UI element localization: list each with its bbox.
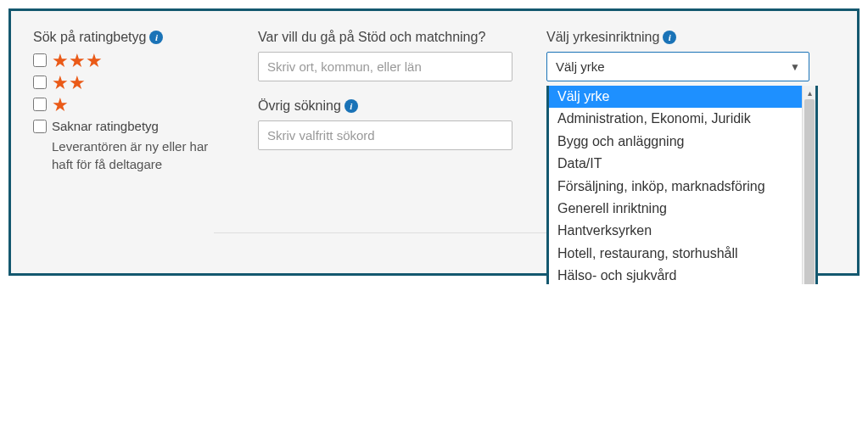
location-input[interactable] <box>258 52 512 81</box>
profession-option[interactable]: Bygg och anläggning <box>549 131 815 153</box>
profession-option[interactable]: Försäljning, inköp, marknadsföring <box>549 176 815 198</box>
other-search-label-text: Övrig sökning <box>258 98 341 114</box>
scrollbar[interactable]: ▴ ▾ <box>802 86 815 284</box>
star-icon: ★ <box>52 74 69 92</box>
stars-1: ★ <box>52 96 69 115</box>
star-icon: ★ <box>69 74 86 92</box>
profession-option[interactable]: Hotell, restaurang, storhushåll <box>549 243 815 265</box>
profession-option[interactable]: Administration, Ekonomi, Juridik <box>549 108 815 130</box>
other-search-field: Övrig sökning i <box>258 98 512 150</box>
other-search-label: Övrig sökning i <box>258 98 512 114</box>
profession-select[interactable]: Välj yrke ▼ <box>546 52 809 81</box>
profession-option[interactable]: Generell inriktning <box>549 198 815 220</box>
rating-row-none: Saknar ratingbetyg <box>33 118 224 135</box>
profession-option[interactable]: Data/IT <box>549 153 815 175</box>
star-icon: ★ <box>52 52 69 70</box>
stars-3: ★ ★ ★ <box>52 52 103 70</box>
profession-dropdown: Välj yrkeAdministration, Ekonomi, Juridi… <box>546 86 818 284</box>
star-icon: ★ <box>52 96 69 115</box>
rating-checkbox-2stars[interactable] <box>33 76 47 89</box>
scrollbar-thumb[interactable] <box>804 99 815 284</box>
rating-filter-section: Sök på ratingbetyg i ★ ★ ★ ★ ★ <box>33 30 224 173</box>
location-field: Var vill du gå på Stöd och matchning? <box>258 30 512 81</box>
info-icon[interactable]: i <box>663 31 676 44</box>
rating-row-2: ★ ★ <box>33 74 224 92</box>
scroll-up-icon[interactable]: ▴ <box>803 86 815 99</box>
rating-label-text: Sök på ratingbetyg <box>33 30 146 45</box>
rating-label: Sök på ratingbetyg i <box>33 30 224 45</box>
profession-label: Välj yrkesinriktning i <box>546 30 809 45</box>
middle-column: Var vill du gå på Stöd och matchning? Öv… <box>258 30 512 167</box>
location-label-text: Var vill du gå på Stöd och matchning? <box>258 30 485 45</box>
profession-label-text: Välj yrkesinriktning <box>546 30 659 45</box>
profession-option[interactable]: Hälso- och sjukvård <box>549 265 815 284</box>
rating-row-1: ★ <box>33 96 224 115</box>
search-panel: Sök på ratingbetyg i ★ ★ ★ ★ ★ <box>8 8 860 276</box>
stars-2: ★ ★ <box>52 74 86 92</box>
no-rating-subtext: Leverantören är ny eller har haft för få… <box>52 138 224 173</box>
profession-option-list: Välj yrkeAdministration, Ekonomi, Juridi… <box>549 86 815 284</box>
profession-column: Välj yrkesinriktning i Välj yrke ▼ Välj … <box>546 30 809 81</box>
info-icon[interactable]: i <box>344 99 358 113</box>
star-icon: ★ <box>86 52 103 70</box>
no-rating-label: Saknar ratingbetyg <box>52 118 159 135</box>
rating-row-3: ★ ★ ★ <box>33 52 224 70</box>
chevron-down-icon: ▼ <box>790 61 800 73</box>
profession-selected-text: Välj yrke <box>556 59 605 74</box>
profession-option[interactable]: Välj yrke <box>549 86 815 108</box>
rating-checkbox-3stars[interactable] <box>33 53 47 67</box>
profession-option[interactable]: Hantverksyrken <box>549 220 815 242</box>
info-icon[interactable]: i <box>149 31 163 44</box>
star-icon: ★ <box>69 52 86 70</box>
location-label: Var vill du gå på Stöd och matchning? <box>258 30 512 45</box>
rating-checkbox-none[interactable] <box>33 120 47 133</box>
rating-checkbox-1star[interactable] <box>33 98 47 111</box>
other-search-input[interactable] <box>258 120 512 150</box>
